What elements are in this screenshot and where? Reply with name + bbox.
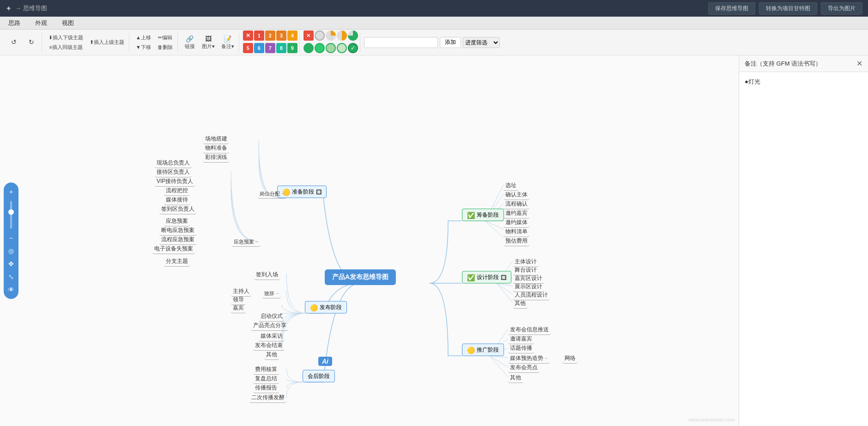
priority-1[interactable]: 1 [254,30,264,41]
priority-8[interactable]: 8 [276,43,286,53]
convert-gantt-button[interactable]: 转换为项目甘特图 [759,2,817,15]
node-vip-z[interactable]: VIP接待负责人 [155,176,195,187]
node-meiti-jd[interactable]: 媒体接待 [164,195,190,205]
priority-9[interactable]: 9 [287,43,297,53]
node-queren-zt[interactable]: 确认主体 [504,190,529,200]
ai-badge[interactable]: Ai [318,357,332,366]
node-fupan-zj[interactable]: 复盘总结 [253,374,279,384]
edit-button[interactable]: ✏编辑 [155,33,176,42]
insert-same-button[interactable]: ≡插入同级主题 [46,43,86,52]
prepare-expand-icon[interactable]: 🔲 [316,189,322,195]
node-fenzhiti[interactable]: 分支主题 [164,256,190,267]
node-chuanbo-bg[interactable]: 传播报告 [253,383,279,393]
progress-empty[interactable] [315,30,325,41]
node-qidong-ys[interactable]: 启动仪式 [259,311,285,322]
node-fabuhui-js[interactable]: 发布会结束 [253,341,285,351]
progress-full[interactable]: ✓ [348,43,358,53]
node-yaoqing-jb[interactable]: 邀请嘉宾 [508,334,534,344]
zoom-slider[interactable] [10,201,12,229]
node-dianzishebei[interactable]: 电子设备失预案 [152,244,195,254]
search-input[interactable] [364,37,438,48]
save-mindmap-button[interactable]: 保存思维导图 [708,2,755,15]
undo-button[interactable]: ↺ [6,37,22,47]
node-fabuhui-ld[interactable]: 发布会亮点 [508,363,540,373]
center-node[interactable]: 产品A发布思维导图 [325,269,396,285]
node-liucheng-kz[interactable]: 流程把控 [164,186,190,196]
tool-fullscreen[interactable]: ⤡ [6,271,17,282]
branch-design[interactable]: ✅ 设计阶段 🔲 [462,271,511,284]
node-yiyue-jb[interactable]: 邀约嘉宾 [504,208,529,219]
move-up-button[interactable]: ▲上移 [133,33,154,42]
tool-minus[interactable]: − [6,232,17,243]
node-xuanzhi[interactable]: 选址 [504,181,518,191]
progress-half[interactable] [337,30,347,41]
tool-eye[interactable]: 👁 [6,284,17,295]
export-image-button[interactable]: 导出为图片 [821,2,862,15]
node-wuliao[interactable]: 物料准备 [203,143,229,153]
node-wuliao-qd[interactable]: 物料清单 [504,227,529,237]
node-meiti-yrz[interactable]: 媒体预热造势 − [508,353,550,364]
node-duandian[interactable]: 断电应急预案 [159,225,196,236]
node-zhici[interactable]: 致辞 − [262,289,281,298]
priority-7[interactable]: 7 [265,43,275,53]
priority-4[interactable]: 4 [287,30,297,41]
node-fabuhui-xx[interactable]: 发布会信息推送 [508,325,551,335]
node-jiabin-zc[interactable]: 嘉宾 [231,303,246,313]
node-liucheng-yj[interactable]: 流程应急预案 [159,235,196,245]
node-meiti-cy[interactable]: 媒体采访 [259,331,285,341]
node-changdi[interactable]: 场地搭建 [203,134,229,144]
add-button[interactable]: 添加 [440,37,461,48]
progress-cancel[interactable]: ✕ [303,30,314,41]
progress-low2[interactable] [315,43,325,53]
node-yingji[interactable]: 应急预案 − [232,237,261,247]
branch-launch[interactable]: 🟡 发布阶段 [305,301,347,314]
side-panel-close[interactable]: ✕ [856,59,862,68]
progress-low3[interactable] [326,43,336,53]
link-button[interactable]: 🔗链接 [182,34,198,51]
mindmap-canvas[interactable]: 产品A发布思维导图 🟡 准备阶段 🔲 岗位分配 − 场地搭建 物料准备 彩排演练… [0,55,739,426]
insert-sub-button[interactable]: ⬇插入下级主题 [46,33,86,42]
node-qita-tg[interactable]: 其他 [508,373,523,383]
node-huati-cb[interactable]: 话题传播 [508,343,534,353]
delete-button[interactable]: 🗑删除 [155,43,176,52]
menu-mindpath[interactable]: 思路 [6,18,23,28]
node-erci-cb[interactable]: 二次传播发酵 [249,393,286,403]
branch-post[interactable]: 会后阶段 [303,370,335,383]
progress-low1[interactable] [303,43,314,53]
node-qiandao-z[interactable]: 签到区负责人 [159,204,196,214]
node-qita-sj[interactable]: 其他 [513,298,528,309]
node-yingji-ya[interactable]: 应急预案 [164,216,190,226]
menu-appearance[interactable]: 外观 [32,18,50,28]
node-xianchang-z[interactable]: 现场总负责人 [155,158,192,168]
image-button[interactable]: 🖼图片▾ [199,34,218,51]
node-liucheng-qr[interactable]: 流程确认 [504,199,529,209]
branch-prepare2[interactable]: ✅ 筹备阶段 [462,209,504,221]
priority-6[interactable]: 6 [254,43,264,53]
tool-add[interactable]: + [6,186,17,197]
priority-5[interactable]: 5 [243,43,253,53]
node-yiyue-mt[interactable]: 邀约媒体 [504,218,529,228]
node-yugu-fy[interactable]: 预估费用 [504,236,529,246]
progress-three-quarter[interactable] [348,30,358,41]
node-caipai[interactable]: 彩排演练 [203,152,229,163]
comment-button[interactable]: 📝备注▾ [219,34,237,51]
tool-move[interactable]: ✥ [6,258,17,269]
node-feiyong-hs[interactable]: 费用核算 [253,365,279,375]
design-expand-icon[interactable]: 🔲 [501,275,506,280]
menu-view[interactable]: 视图 [59,18,77,28]
node-jiedai-z[interactable]: 接待区负责人 [155,167,192,177]
node-wangluo[interactable]: 网络 [563,353,577,364]
node-chanpin-fl[interactable]: 产品亮点分享 [251,321,288,331]
progress-low4[interactable] [337,43,347,53]
redo-button[interactable]: ↻ [23,37,40,47]
node-qita-fh[interactable]: 其他 [264,350,279,360]
move-down-button[interactable]: ▼下移 [133,43,154,52]
node-gangwei[interactable]: 岗位分配 − [258,189,286,199]
progress-quarter[interactable] [326,30,336,41]
priority-3[interactable]: 3 [276,30,286,41]
progress-select[interactable]: 进度筛选 未开始 进行中 已完成 [463,37,500,48]
priority-2[interactable]: 2 [265,30,275,41]
tool-target[interactable]: ◎ [6,245,17,256]
node-qiandao-rc[interactable]: 签到入场 [254,270,280,280]
insert-parent-button[interactable]: ⬆插入上级主题 [87,38,127,47]
